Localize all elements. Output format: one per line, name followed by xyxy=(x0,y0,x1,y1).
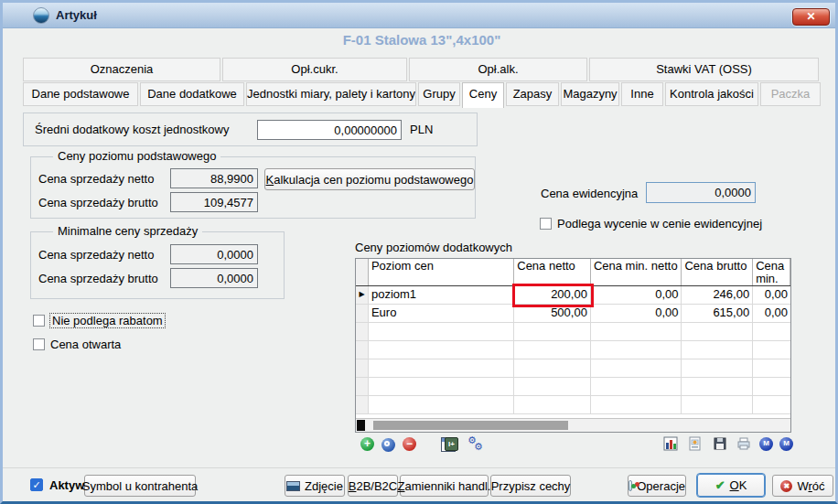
tab-opl-alk[interactable]: Opł.alk. xyxy=(409,58,587,81)
table-horizontal-scrollbar[interactable] xyxy=(356,418,790,432)
printer-icon[interactable] xyxy=(736,436,751,451)
row-indicator-cell xyxy=(356,305,369,322)
tabs-main: Dane podstawowe Dane dodatkowe Jednostki… xyxy=(23,82,821,108)
tab-dane-dodatkowe[interactable]: Dane dodatkowe xyxy=(140,82,244,106)
min-prices-legend: Minimalne ceny sprzedaży xyxy=(53,224,202,238)
levels-table-title: Ceny poziomów dodatkowych xyxy=(355,241,512,254)
record-price-label: Cena ewidencyjna xyxy=(541,187,638,200)
label-part: amienniki handl. xyxy=(405,479,491,493)
tab-paczka: Paczka xyxy=(760,82,821,106)
tab-kontrola-jakosci[interactable]: Kontrola jakości xyxy=(665,82,758,106)
cell-brutto[interactable]: 246,00 xyxy=(682,286,753,304)
valuation-label[interactable]: Podlega wycenie w cenie ewidencyjnej xyxy=(557,217,762,231)
header-indicator-cell xyxy=(356,259,369,285)
nav-m-icon[interactable]: M xyxy=(759,437,773,451)
open-price-label[interactable]: Cena otwarta xyxy=(50,338,121,351)
nav-m-icon[interactable]: M xyxy=(779,437,793,451)
cell-netto[interactable]: 200,00 xyxy=(514,286,591,304)
tab-ceny[interactable]: Ceny xyxy=(462,82,504,108)
add-row-icon[interactable]: + xyxy=(360,437,374,451)
current-row-marker: ▶ xyxy=(356,286,369,304)
scrollbar-thumb[interactable] xyxy=(373,421,568,430)
artykul-window: Artykuł ✕ F-01 Stalowa 13",4x100" Oznacz… xyxy=(0,0,838,504)
avg-cost-input[interactable] xyxy=(257,120,402,140)
chart-icon[interactable] xyxy=(663,436,678,451)
b2b-b2c-button[interactable]: B2B/B2C xyxy=(348,475,398,497)
col-header-min-netto: Cena min. netto xyxy=(591,259,682,285)
article-header: F-01 Stalowa 13",4x100" xyxy=(3,32,838,48)
button-label: B2B/B2C xyxy=(349,479,397,493)
scrollbar-left-block xyxy=(357,420,365,431)
gears-icon[interactable]: ⚙ ⚙ xyxy=(467,436,482,451)
min-prices-group: Minimalne ceny sprzedaży Cena sprzedaży … xyxy=(30,231,285,299)
title-bar[interactable]: Artykuł ✕ xyxy=(3,3,835,28)
button-label: Symbol u kontrahenta xyxy=(82,479,198,493)
calc-base-prices-button[interactable]: Kalkulacja cen poziomu podstawowego xyxy=(264,168,475,190)
tab-inne[interactable]: Inne xyxy=(621,82,663,106)
button-label: Przypisz cechy xyxy=(491,479,571,493)
label-part: O xyxy=(730,478,739,492)
cell-min[interactable]: 0,00 xyxy=(753,305,790,322)
cell-poziom[interactable]: poziom1 xyxy=(369,286,514,304)
cell-poziom[interactable]: Euro xyxy=(369,305,514,322)
dots-glyph xyxy=(631,484,636,488)
button-label: Kalkulacja cen poziomu podstawowego xyxy=(266,173,474,187)
delete-row-icon[interactable]: − xyxy=(403,437,416,451)
table-row[interactable]: Euro 500,00 0,00 615,00 0,00 xyxy=(356,305,790,323)
window-title: Artykuł xyxy=(56,8,97,22)
tab-magazyny[interactable]: Magazyny xyxy=(561,82,619,106)
cell-netto[interactable]: 500,00 xyxy=(514,305,591,322)
valuation-checkbox[interactable] xyxy=(540,218,552,230)
lens-glyph xyxy=(384,441,390,446)
tab-grupy[interactable]: Grupy xyxy=(418,82,460,106)
button-label: Zdjęcie xyxy=(305,479,343,493)
table-header-row: Poziom cen Cena netto Cena min. netto Ce… xyxy=(356,259,790,286)
symbol-kontrahent-button[interactable]: Symbol u kontrahenta xyxy=(84,475,196,497)
no-discount-checkbox[interactable] xyxy=(33,315,45,327)
label-part: alkulacja cen poziomu podstawowego xyxy=(274,173,473,187)
tab-stawki-vat-oss[interactable]: Stawki VAT (OSS) xyxy=(589,58,819,81)
save-floppy-icon[interactable] xyxy=(713,436,727,451)
cell-min-netto[interactable]: 0,00 xyxy=(591,286,682,304)
open-price-checkbox[interactable] xyxy=(33,338,45,350)
base-brutto-input[interactable] xyxy=(170,192,258,212)
tab-opl-cukr[interactable]: Opł.cukr. xyxy=(222,58,407,81)
magnifier-icon[interactable] xyxy=(381,438,395,452)
tab-oznaczenia[interactable]: Oznaczenia xyxy=(23,58,220,81)
active-checkbox[interactable]: ✓ xyxy=(30,478,43,491)
cell-min-netto[interactable]: 0,00 xyxy=(591,305,682,322)
tab-zapasy[interactable]: Zapasy xyxy=(506,82,559,106)
base-netto-input[interactable] xyxy=(170,168,258,188)
avg-cost-currency: PLN xyxy=(410,123,433,136)
table-row[interactable]: ▶ poziom1 200,00 0,00 246,00 0,00 xyxy=(356,286,790,305)
photo-button[interactable]: Zdjęcie xyxy=(285,475,345,497)
min-brutto-label: Cena sprzedaży brutto xyxy=(38,272,158,285)
base-brutto-label: Cena sprzedaży brutto xyxy=(38,196,158,209)
label-part: óć xyxy=(812,479,825,493)
label-part: K xyxy=(266,173,274,187)
min-netto-input[interactable] xyxy=(170,244,258,264)
label-part: W xyxy=(797,479,808,493)
cell-brutto[interactable]: 615,00 xyxy=(682,305,753,322)
operations-button[interactable]: Operacje xyxy=(628,475,686,497)
report-document-icon[interactable] xyxy=(688,436,703,451)
cell-min[interactable]: 0,00 xyxy=(753,286,790,304)
base-prices-group: Ceny poziomu podstawowego Cena sprzedaży… xyxy=(30,156,476,219)
avg-cost-label: Średni dodatkowy koszt jednostkowy xyxy=(35,123,229,136)
button-label: Wróć xyxy=(797,479,824,493)
back-button[interactable]: ✖ Wróć xyxy=(772,475,833,497)
replacements-button[interactable]: Zamienniki handl. xyxy=(400,475,489,497)
tab-jednostki-miary[interactable]: Jednostki miary, palety i kartony xyxy=(246,82,416,106)
record-price-input[interactable] xyxy=(646,182,756,203)
min-brutto-input[interactable] xyxy=(170,268,258,288)
assign-features-button[interactable]: Przypisz cechy xyxy=(490,475,571,497)
column-editor-icon[interactable]: I+ xyxy=(445,437,458,451)
close-button[interactable]: ✕ xyxy=(792,8,830,26)
ok-button[interactable]: ✔ OK xyxy=(696,473,766,498)
no-discount-label[interactable]: Nie podlega rabatom xyxy=(50,314,165,327)
button-label: Zamienniki handl. xyxy=(398,479,491,493)
app-logo-icon xyxy=(33,7,49,24)
tabs-top: Oznaczenia Opł.cukr. Opł.alk. Stawki VAT… xyxy=(23,58,819,81)
tab-dane-podstawowe[interactable]: Dane podstawowe xyxy=(23,82,138,106)
check-icon: ✔ xyxy=(715,478,725,492)
